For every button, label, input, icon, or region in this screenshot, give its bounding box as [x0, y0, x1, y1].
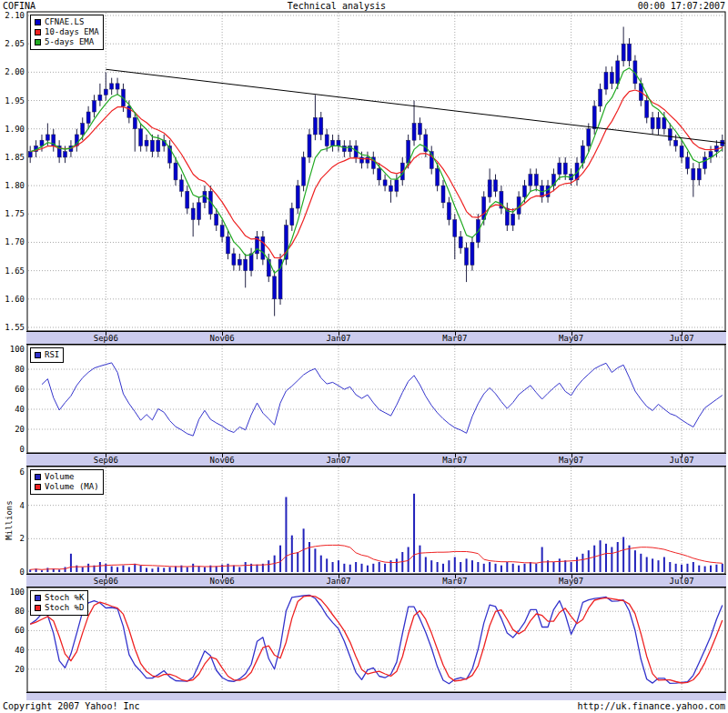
volume-bar — [41, 570, 43, 572]
candle-body — [319, 117, 323, 135]
volume-bar — [256, 565, 258, 572]
x-axis-label: Mar07 — [442, 334, 467, 343]
volume-bar — [500, 566, 502, 572]
candle-body — [81, 123, 85, 134]
volume-bar — [396, 558, 398, 572]
volume-bar — [198, 567, 200, 572]
volume-bar — [535, 564, 537, 572]
volume-bar — [460, 562, 461, 572]
candle-body — [563, 163, 567, 174]
volume-bar — [326, 558, 328, 572]
candle-body — [116, 84, 119, 89]
volume-bar — [471, 560, 473, 572]
candle-body — [28, 152, 32, 157]
x-axis-band-volume: Sep06Nov06Jan07Mar07May07Jul07 — [26, 574, 726, 587]
volume-bar — [320, 556, 322, 572]
volume-bar — [576, 557, 578, 573]
legend-label: Stoch %D — [45, 603, 84, 613]
volume-bar — [675, 564, 677, 572]
candle-body — [232, 254, 236, 265]
stoch-legend: Stoch %KStoch %D — [30, 590, 88, 616]
candle-body — [651, 117, 654, 128]
x-axis-label: Nov06 — [210, 334, 235, 343]
legend-item: RSI — [35, 350, 59, 360]
volume-bar — [122, 566, 124, 572]
volume-bar — [663, 557, 665, 573]
volume-bar — [361, 564, 363, 572]
legend-swatch-icon — [35, 474, 41, 480]
volume-bar — [541, 547, 543, 573]
candle-body — [645, 101, 649, 118]
x-axis-label: Mar07 — [442, 577, 467, 586]
x-axis-label: May07 — [559, 577, 583, 586]
panel-border-price — [27, 12, 725, 331]
volume-bar — [58, 569, 60, 572]
candle-body — [662, 117, 666, 128]
volume-bar — [552, 562, 554, 572]
candle-body — [273, 276, 277, 299]
candle-body — [511, 214, 515, 225]
x-axis-label: Nov06 — [210, 456, 235, 465]
x-axis-label: Jan07 — [326, 456, 350, 465]
candle-body — [150, 140, 154, 151]
volume-bar — [495, 564, 497, 572]
volume-bar — [652, 558, 653, 572]
volume-bar — [413, 494, 415, 572]
volume-bar — [151, 568, 153, 572]
axis-tick-label: 6 — [20, 467, 25, 477]
candlestick-series — [28, 26, 724, 316]
volume-bar — [99, 562, 101, 572]
volume-bar — [605, 544, 607, 572]
volume-bar — [710, 566, 712, 572]
candle-body — [522, 186, 526, 196]
volume-bar — [669, 562, 671, 572]
volume-bar — [722, 564, 723, 572]
axis-tick-label: 1.65 — [5, 266, 25, 276]
volume-bar — [600, 540, 602, 572]
candle-body — [186, 191, 189, 208]
legend-label: Stoch %K — [45, 593, 84, 603]
volume-bar — [355, 562, 357, 572]
axis-tick-label: 60 — [15, 385, 25, 394]
candle-body — [313, 117, 317, 135]
volume-bar — [82, 567, 84, 573]
candle-body — [308, 135, 311, 157]
axis-tick-label: 80 — [15, 607, 25, 616]
candle-body — [145, 140, 148, 146]
volume-bar — [175, 567, 177, 572]
axis-tick-label: 2.05 — [5, 39, 25, 48]
candle-body — [656, 117, 660, 128]
volume-bar — [163, 567, 165, 572]
legend-label: 10-days EMA — [45, 27, 99, 37]
volume-bar — [140, 566, 142, 572]
axis-tick-label: 4 — [20, 501, 25, 510]
candle-body — [412, 123, 416, 140]
volume-bar — [489, 562, 490, 572]
volume-bar — [384, 564, 386, 572]
volume-bar — [611, 547, 612, 573]
candle-body — [453, 220, 457, 237]
candle-body — [418, 123, 421, 134]
volume-bar — [314, 548, 316, 572]
volume-bar — [559, 558, 561, 572]
axis-tick-label: 1.75 — [5, 209, 25, 218]
candle-body — [488, 180, 491, 197]
candle-body — [599, 89, 602, 106]
volume-axis-title: Millions — [5, 500, 14, 539]
volume-bar — [332, 562, 334, 572]
axis-tick-label: 100 — [10, 345, 25, 354]
candle-body — [261, 236, 265, 259]
volume-bar — [419, 546, 420, 572]
volume-legend: VolumeVolume (MA) — [30, 469, 104, 495]
volume-bar — [349, 565, 351, 572]
volume-bar — [571, 562, 572, 572]
volume-bar — [681, 565, 682, 572]
candle-body — [93, 101, 96, 112]
candle-body — [622, 44, 625, 61]
candle-body — [133, 117, 136, 128]
stoch-d-path — [30, 596, 723, 683]
candle-body — [459, 236, 462, 247]
candle-body — [587, 129, 591, 146]
volume-bar — [279, 546, 281, 572]
x-axis-label: Nov06 — [210, 577, 235, 586]
